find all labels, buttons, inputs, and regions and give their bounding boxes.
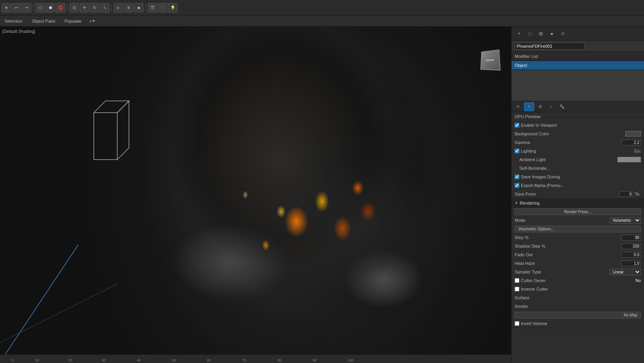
toolbar-icon-5[interactable]: ⬢ (46, 3, 55, 13)
lighting-checkbox[interactable] (515, 149, 519, 153)
panel-tab-display[interactable]: 🔧 (557, 102, 567, 111)
panel-tab-motion[interactable]: ☼ (546, 102, 556, 111)
toolbar-icon-4[interactable]: ⬡ (36, 3, 45, 13)
save-from-input[interactable] (619, 191, 633, 197)
gamma-label: Gamma (515, 140, 621, 145)
cutter-geom-value: No (621, 278, 641, 283)
object-name-input[interactable] (515, 43, 585, 50)
mode-dropdown[interactable]: Volumetric (610, 217, 641, 224)
toolbar-icon-select[interactable]: ⊡ (70, 3, 79, 13)
rp-btn-3[interactable]: ⊞ (536, 29, 546, 39)
smoke-label: Smoke (515, 304, 641, 309)
cutter-geom-label: Cutter Geom (521, 278, 621, 283)
export-alpha-checkbox[interactable] (515, 183, 519, 188)
tick-0: 0 (12, 358, 14, 362)
tick-90: 90 (313, 358, 317, 362)
surface-label: Surface (515, 295, 641, 300)
toolbar-icon-move[interactable]: ✛ (80, 3, 89, 13)
toolbar-icon-light[interactable]: 💡 (168, 3, 177, 13)
rendering-section: ▼ Rendering Render Prese... Mode Volumet… (512, 199, 644, 328)
selection-btn[interactable]: Selection (3, 18, 24, 24)
save-images-label: Save Images During (521, 174, 560, 179)
step-percent-label: Step % (515, 235, 621, 240)
surface-row: Surface (512, 293, 644, 302)
volumetric-options-btn[interactable]: Volumetric Options... (515, 226, 641, 232)
export-alpha-row: Export Alpha (Premu... (512, 181, 644, 190)
gpu-preview-label: GPU Preview (515, 114, 641, 119)
shadow-step-input[interactable] (621, 243, 641, 249)
gamma-row: Gamma (512, 138, 644, 147)
modifier-list-header: Modifier List (512, 52, 644, 61)
save-to-label: To (635, 192, 639, 196)
toolbar-sep-4 (145, 4, 146, 12)
step-percent-input[interactable] (621, 235, 641, 241)
ambient-light-label: Ambient Light (519, 157, 616, 162)
enable-viewport-row: Enable In Viewport (512, 121, 644, 129)
enable-viewport-label: Enable In Viewport (521, 123, 557, 128)
wireframe-svg (86, 81, 133, 167)
populate-btn[interactable]: Populate (63, 18, 83, 24)
timeline: 0 10 20 30 40 50 60 70 80 90 100 (0, 354, 511, 363)
render-preset-btn[interactable]: Render Prese... (515, 208, 641, 215)
rp-btn-2[interactable]: □ (525, 29, 535, 39)
toolbar-icon-1[interactable]: 🖱 (2, 3, 11, 13)
inverse-cutter-label: Inverse Cutter (521, 287, 548, 291)
perspective-lines (0, 206, 117, 363)
toolbar-sep-3 (111, 4, 112, 12)
rp-add-btn[interactable]: + (514, 29, 524, 39)
self-illuminate-row: Self-Illuminate... (512, 164, 644, 173)
toolbar-icon-2[interactable]: ↩ (12, 3, 21, 13)
toolbar-icon-3[interactable]: ↪ (22, 3, 31, 13)
render-preset-row: Render Prese... (512, 207, 644, 216)
ambient-light-swatch[interactable] (617, 157, 641, 162)
viewport[interactable]: [Default Shading] Home (0, 27, 511, 363)
tick-60: 60 (207, 358, 211, 362)
inverse-cutter-checkbox[interactable] (515, 287, 519, 291)
panel-content: GPU Preview Enable In Viewport Backgroun… (512, 112, 644, 363)
background-color-swatch[interactable] (625, 131, 641, 137)
toolbar-icon-8[interactable]: ⏸ (124, 3, 133, 13)
timeline-ruler: 0 10 20 30 40 50 60 70 80 90 100 (4, 355, 507, 363)
rp-btn-4[interactable]: ● (547, 29, 557, 39)
tick-10: 10 (35, 358, 39, 362)
invert-volume-label: Invert Volume (521, 321, 547, 326)
toolbar-icon-rotate[interactable]: ↻ (90, 3, 99, 13)
secondary-toolbar: Selection Object Paint Populate + ▾ (0, 16, 644, 27)
no-map-btn[interactable]: No Map (515, 312, 641, 318)
toolbar-icon-7[interactable]: ▷ (114, 3, 123, 13)
toolbar-icon-scale[interactable]: ⤡ (100, 3, 109, 13)
save-images-checkbox[interactable] (515, 174, 519, 179)
smoke-row: Smoke (512, 302, 644, 311)
background-color-label: Background Color (515, 131, 624, 136)
toolbar-icon-render[interactable]: 🎬 (148, 3, 157, 13)
panel-tab-hierarchy[interactable]: ⚙ (535, 102, 545, 111)
gamma-input[interactable] (621, 140, 641, 146)
tick-20: 20 (68, 358, 72, 362)
invert-volume-checkbox[interactable] (515, 321, 519, 326)
wireframe-cube (86, 81, 133, 168)
toolbar-icon-material[interactable]: ⬛ (158, 3, 167, 13)
right-panel-top: + □ ⊞ ● ≡ (512, 27, 644, 41)
nav-cube[interactable]: Home (480, 50, 503, 74)
toolbar-icon-9[interactable]: ■ (134, 3, 143, 13)
enable-viewport-checkbox[interactable] (515, 123, 519, 128)
toolbar-sep-2 (67, 4, 68, 12)
panel-tab-modify[interactable]: ≡ (524, 102, 534, 111)
panel-tab-create[interactable]: ✏ (513, 102, 523, 111)
svg-line-0 (0, 245, 78, 362)
cutter-geom-checkbox[interactable] (515, 278, 519, 283)
rendering-section-header[interactable]: ▼ Rendering (512, 199, 644, 207)
lighting-label: Lighting (521, 149, 634, 153)
object-paint-btn[interactable]: Object Paint (30, 18, 57, 24)
heat-haze-label: Heat Haze (515, 261, 621, 266)
rp-btn-5[interactable]: ≡ (558, 29, 568, 39)
toolbar-icon-6[interactable]: ⭕ (56, 3, 65, 13)
toolbar-dropdown[interactable]: + ▾ (89, 18, 95, 23)
heat-haze-input[interactable] (621, 261, 641, 266)
sampler-type-label: Sampler Type (515, 270, 610, 274)
tick-50: 50 (172, 358, 176, 362)
fade-out-input[interactable] (621, 252, 641, 258)
sampler-type-dropdown[interactable]: Linear (610, 269, 641, 275)
background-color-row: Background Color (512, 129, 644, 138)
modifier-object[interactable]: Object (512, 61, 644, 70)
